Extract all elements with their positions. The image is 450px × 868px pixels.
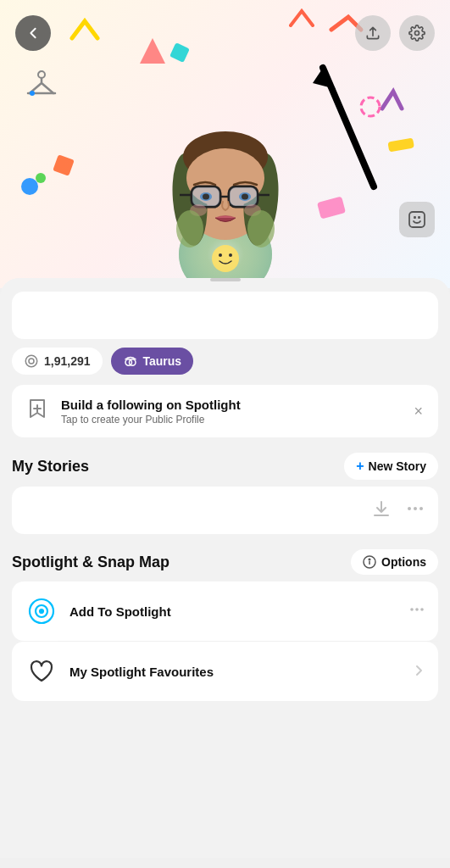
svg-point-49	[408, 507, 411, 510]
svg-rect-7	[53, 154, 75, 176]
svg-point-1	[21, 178, 38, 195]
story-actions	[372, 499, 425, 522]
plus-icon: +	[356, 459, 364, 474]
svg-rect-3	[317, 196, 346, 219]
confetti-10	[386, 136, 416, 153]
options-button[interactable]: Options	[351, 549, 438, 575]
share-button[interactable]	[355, 15, 391, 51]
confetti-4	[17, 165, 55, 203]
confetti-5	[314, 195, 348, 220]
bookmark-plus-icon	[25, 397, 49, 420]
svg-rect-41	[409, 212, 425, 227]
svg-point-4	[38, 71, 45, 78]
spotlight-icon	[27, 597, 56, 626]
snapchat-score-icon	[24, 353, 39, 369]
svg-point-39	[176, 210, 203, 248]
add-to-spotlight-item[interactable]: Add To Spotlight	[12, 581, 438, 641]
heart-icon-wrap	[25, 655, 58, 687]
svg-point-54	[369, 559, 370, 560]
spotlight-snapmap-title: Spotlight & Snap Map	[12, 554, 169, 571]
svg-point-2	[36, 173, 46, 183]
bitmoji-character	[141, 68, 310, 288]
drag-indicator	[210, 278, 241, 281]
spotlight-circle-icon	[25, 595, 58, 627]
bitmoji-sticker-button[interactable]	[399, 202, 435, 237]
svg-point-60	[420, 608, 424, 611]
gear-icon	[408, 25, 425, 42]
svg-point-10	[361, 97, 380, 116]
svg-point-59	[415, 608, 419, 611]
profile-header	[0, 0, 450, 288]
ellipsis-icon	[406, 499, 425, 518]
svg-point-43	[29, 359, 34, 364]
top-right-icons	[355, 15, 435, 51]
spotlight-snapmap-section-header: Spotlight & Snap Map Options	[12, 549, 438, 575]
spotlight-favourites-item[interactable]: My Spotlight Favourites	[12, 642, 438, 701]
spotlight-add-icon	[25, 397, 49, 426]
spotlight-close-button[interactable]: ×	[410, 399, 426, 424]
svg-point-42	[25, 355, 37, 367]
svg-point-51	[419, 507, 423, 510]
stats-row: 1,91,291 Taurus	[12, 348, 438, 375]
story-card	[12, 487, 438, 534]
share-icon	[364, 25, 381, 42]
svg-point-16	[212, 245, 239, 272]
chevron-right-icon	[413, 665, 425, 676]
spotlight-more-button[interactable]	[409, 602, 425, 621]
new-story-button[interactable]: + New Story	[344, 453, 438, 480]
favourites-label: My Spotlight Favourites	[69, 665, 401, 679]
download-button[interactable]	[372, 499, 391, 522]
back-arrow-icon	[25, 25, 41, 41]
svg-point-50	[414, 507, 417, 510]
favourites-chevron	[413, 663, 425, 681]
spotlight-banner[interactable]: Build a following on Spotlight Tap to cr…	[12, 385, 438, 437]
svg-point-17	[219, 253, 222, 257]
confetti-12	[358, 95, 382, 119]
score-value: 1,91,291	[44, 354, 91, 368]
arrow-annotation	[306, 51, 408, 207]
svg-point-6	[30, 91, 35, 96]
spotlight-subtitle: Tap to create your Public Profile	[61, 414, 425, 426]
settings-button[interactable]	[399, 15, 435, 51]
options-label: Options	[381, 555, 426, 569]
my-stories-title: My Stories	[12, 458, 89, 476]
ellipsis-h-icon	[409, 602, 425, 617]
svg-point-11	[415, 31, 419, 36]
svg-point-40	[247, 210, 275, 248]
svg-point-36	[242, 194, 248, 200]
score-badge: 1,91,291	[12, 348, 103, 375]
spotlight-title: Build a following on Spotlight	[61, 398, 425, 412]
confetti-9	[289, 8, 314, 30]
sticker-icon	[407, 209, 427, 230]
username-bar	[12, 292, 438, 339]
svg-rect-8	[387, 137, 414, 152]
svg-point-18	[229, 253, 232, 257]
svg-point-35	[203, 194, 209, 200]
my-stories-section-header: My Stories + New Story	[12, 453, 438, 480]
svg-line-12	[323, 68, 374, 186]
back-button[interactable]	[15, 15, 51, 51]
taurus-icon	[123, 353, 138, 369]
svg-point-58	[410, 608, 414, 611]
confetti-1	[68, 17, 110, 42]
zodiac-label: Taurus	[143, 354, 182, 368]
confetti-8	[51, 153, 76, 178]
svg-point-57	[40, 609, 43, 613]
add-to-spotlight-label: Add To Spotlight	[69, 604, 397, 619]
info-icon	[363, 555, 376, 569]
download-icon	[372, 499, 391, 518]
confetti-7	[378, 85, 408, 114]
content-area: 1,91,291 Taurus Build a following on Spo…	[0, 278, 450, 858]
new-story-label: New Story	[369, 459, 426, 473]
confetti-6	[25, 68, 58, 100]
heart-icon	[28, 658, 55, 685]
spotlight-text: Build a following on Spotlight Tap to cr…	[61, 398, 425, 426]
bitmoji-avatar	[132, 51, 319, 288]
taurus-badge: Taurus	[111, 348, 194, 375]
more-options-button[interactable]	[406, 499, 425, 522]
